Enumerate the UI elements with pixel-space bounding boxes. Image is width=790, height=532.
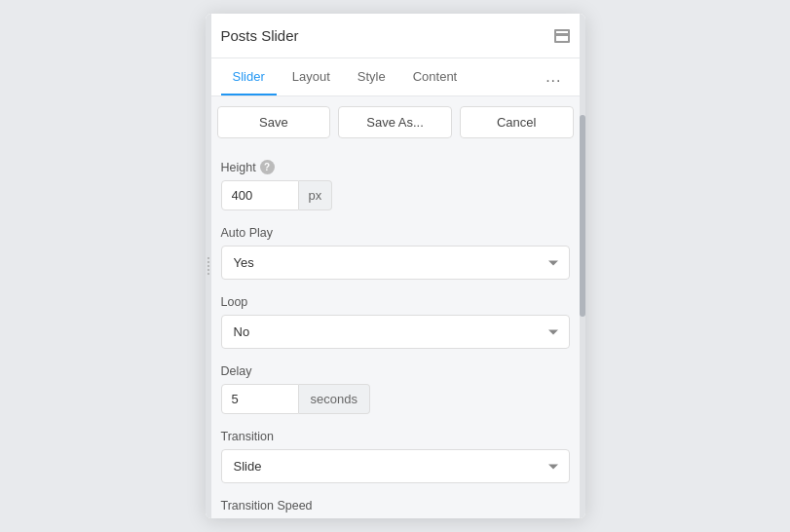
action-toolbar: Save Save As... Cancel (206, 96, 585, 148)
tab-bar: Slider Layout Style Content ... (206, 58, 585, 96)
posts-slider-panel: Posts Slider Slider Layout Style Content… (206, 14, 585, 518)
settings-content: Height ? px Auto Play Yes No Loop (206, 148, 585, 518)
tab-layout[interactable]: Layout (281, 59, 342, 95)
height-input-group: px (221, 180, 570, 210)
cancel-button[interactable]: Cancel (460, 106, 574, 138)
window-icon[interactable] (554, 29, 570, 43)
scrollbar-thumb[interactable] (580, 115, 585, 317)
auto-play-label: Auto Play (221, 226, 570, 240)
height-input[interactable] (221, 180, 299, 210)
delay-input[interactable] (221, 384, 299, 414)
auto-play-field-group: Auto Play Yes No (221, 226, 570, 280)
height-help-icon[interactable]: ? (260, 160, 275, 174)
loop-label: Loop (221, 295, 570, 309)
delay-unit: seconds (299, 384, 370, 414)
tab-content[interactable]: Content (401, 59, 470, 95)
tab-more-button[interactable]: ... (538, 58, 569, 95)
transition-select-wrapper: Slide Fade Zoom (221, 449, 570, 483)
delay-input-group: seconds (221, 384, 570, 414)
transition-speed-label: Transition Speed (221, 499, 570, 513)
transition-speed-field-group: Transition Speed (221, 499, 570, 513)
save-button[interactable]: Save (217, 106, 331, 138)
save-as-button[interactable]: Save As... (338, 106, 452, 138)
delay-field-group: Delay seconds (221, 364, 570, 414)
tab-style[interactable]: Style (346, 59, 397, 95)
height-unit: px (299, 180, 333, 210)
scrollbar-track (580, 14, 585, 518)
loop-select[interactable]: No Yes (221, 315, 570, 349)
loop-select-wrapper: No Yes (221, 315, 570, 349)
panel-header: Posts Slider (206, 14, 585, 58)
delay-label: Delay (221, 364, 570, 378)
transition-field-group: Transition Slide Fade Zoom (221, 430, 570, 483)
loop-field-group: Loop No Yes (221, 295, 570, 349)
resize-handle[interactable] (206, 14, 211, 518)
auto-play-select-wrapper: Yes No (221, 246, 570, 280)
height-label: Height ? (221, 160, 570, 174)
panel-title: Posts Slider (221, 27, 299, 44)
auto-play-select[interactable]: Yes No (221, 246, 570, 280)
tab-slider[interactable]: Slider (221, 59, 277, 95)
transition-label: Transition (221, 430, 570, 443)
height-field-group: Height ? px (221, 160, 570, 210)
transition-select[interactable]: Slide Fade Zoom (221, 449, 570, 483)
